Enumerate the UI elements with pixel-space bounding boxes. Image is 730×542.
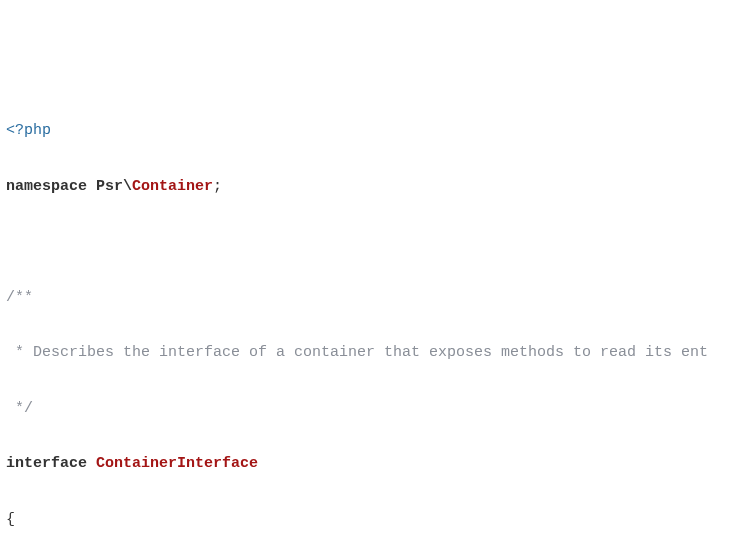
docblock-line: * Describes the interface of a container… [6, 339, 730, 367]
keyword-namespace: namespace [6, 178, 87, 195]
interface-name: ContainerInterface [96, 455, 258, 472]
code-line: interface ContainerInterface [6, 450, 730, 478]
php-open-tag: <?php [6, 122, 51, 139]
brace-open: { [6, 506, 730, 534]
semicolon: ; [213, 178, 222, 195]
docblock-close: */ [6, 395, 730, 423]
code-line: <?php [6, 117, 730, 145]
docblock-open: /** [6, 284, 730, 312]
code-line: namespace Psr\Container; [6, 173, 730, 201]
keyword-interface: interface [6, 455, 87, 472]
namespace-separator: \ [123, 178, 132, 195]
namespace-part1: Psr [96, 178, 123, 195]
namespace-part2: Container [132, 178, 213, 195]
